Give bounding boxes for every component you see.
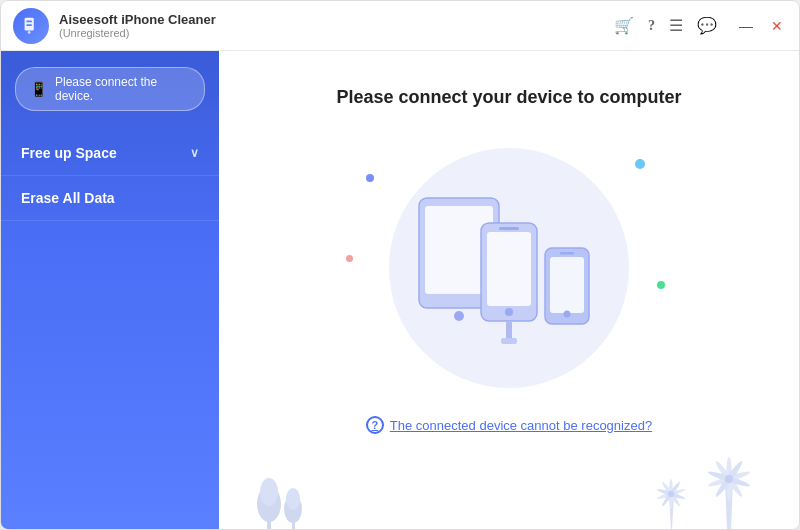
windmill-icon	[689, 449, 769, 529]
app-subtitle: (Unregistered)	[59, 27, 216, 39]
illustration-container	[339, 138, 679, 398]
sidebar-item-erase-all-data[interactable]: Erase All Data	[1, 176, 219, 221]
devices-illustration	[399, 168, 619, 368]
connect-device-button[interactable]: 📱 Please connect the device.	[15, 67, 205, 111]
svg-point-9	[505, 308, 513, 316]
svg-rect-0	[25, 17, 34, 30]
svg-point-6	[454, 311, 464, 321]
chevron-down-icon: ∨	[190, 146, 199, 160]
app-name: Aiseesoft iPhone Cleaner	[59, 12, 216, 28]
main-content: Please connect your device to computer	[219, 51, 799, 529]
sidebar-item-free-up-space[interactable]: Free up Space ∨	[1, 131, 219, 176]
main-layout: 📱 Please connect the device. Free up Spa…	[1, 51, 799, 529]
connect-button-label: Please connect the device.	[55, 75, 190, 103]
svg-point-22	[286, 488, 300, 510]
svg-marker-23	[725, 479, 733, 529]
title-bar-right: 🛒 ? ☰ 💬 — ✕	[614, 16, 787, 36]
title-bar-left: Aiseesoft iPhone Cleaner (Unregistered)	[13, 8, 216, 44]
svg-point-18	[257, 486, 281, 522]
dot-pink	[346, 255, 353, 262]
svg-rect-16	[501, 338, 517, 344]
svg-point-21	[284, 495, 302, 523]
svg-point-13	[564, 311, 571, 318]
help-link[interactable]: ? The connected device cannot be recogni…	[366, 416, 652, 434]
app-logo	[13, 8, 49, 44]
tree-left2-icon	[279, 479, 309, 529]
minimize-button[interactable]: —	[735, 16, 757, 36]
svg-point-35	[656, 487, 686, 500]
sidebar: 📱 Please connect the device. Free up Spa…	[1, 51, 219, 529]
question-icon[interactable]: ?	[648, 18, 655, 34]
svg-point-19	[260, 478, 278, 506]
free-up-space-label: Free up Space	[21, 145, 117, 161]
help-link-text: The connected device cannot be recognize…	[390, 418, 652, 433]
svg-point-29	[725, 475, 733, 483]
close-button[interactable]: ✕	[767, 16, 787, 36]
svg-rect-14	[560, 252, 574, 255]
svg-point-33	[661, 481, 682, 508]
windmill2-icon	[644, 474, 699, 529]
app-title-area: Aiseesoft iPhone Cleaner (Unregistered)	[59, 12, 216, 40]
svg-point-31	[669, 479, 673, 509]
app-window: Aiseesoft iPhone Cleaner (Unregistered) …	[0, 0, 800, 530]
svg-marker-30	[669, 494, 674, 529]
svg-rect-1	[26, 20, 32, 22]
svg-rect-2	[26, 24, 32, 26]
phone-icon: 📱	[30, 81, 47, 97]
dot-green	[657, 281, 665, 289]
svg-point-32	[656, 487, 686, 500]
svg-point-25	[707, 469, 751, 488]
help-icon: ?	[366, 416, 384, 434]
dot-teal	[635, 159, 645, 169]
svg-point-3	[28, 31, 31, 34]
svg-point-24	[726, 457, 732, 501]
erase-all-data-label: Erase All Data	[21, 190, 115, 206]
svg-point-34	[661, 481, 682, 508]
svg-rect-10	[499, 227, 519, 230]
svg-point-28	[707, 469, 751, 488]
dot-blue	[366, 174, 374, 182]
tree-left-icon	[249, 464, 289, 529]
window-controls: — ✕	[735, 16, 787, 36]
svg-point-36	[668, 491, 674, 497]
menu-icon[interactable]: ☰	[669, 16, 683, 35]
svg-rect-12	[550, 257, 584, 313]
svg-rect-20	[292, 517, 295, 529]
svg-point-27	[714, 459, 745, 498]
svg-rect-17	[267, 514, 271, 529]
title-bar: Aiseesoft iPhone Cleaner (Unregistered) …	[1, 1, 799, 51]
page-title: Please connect your device to computer	[336, 87, 681, 108]
svg-rect-8	[487, 232, 531, 306]
bottom-decoration	[219, 449, 799, 529]
cart-icon[interactable]: 🛒	[614, 16, 634, 35]
svg-point-26	[714, 459, 745, 498]
chat-icon[interactable]: 💬	[697, 16, 717, 35]
